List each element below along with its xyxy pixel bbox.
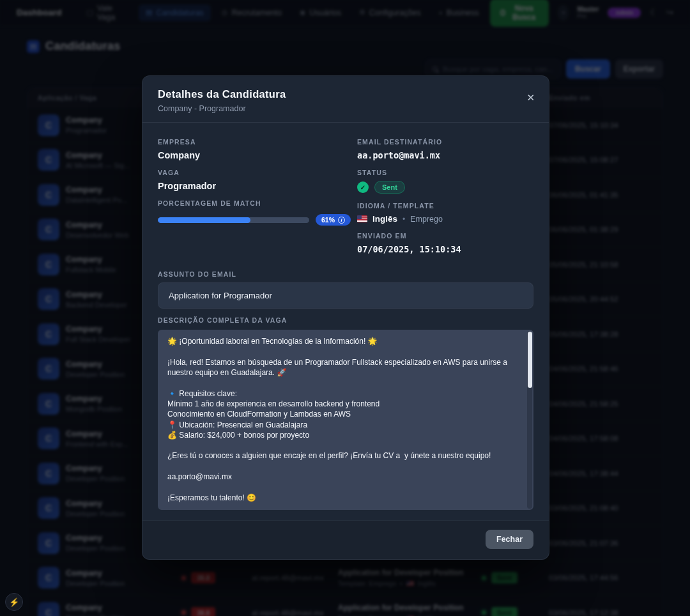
nav-item-configuracoes[interactable]: ⚙ Configurações xyxy=(352,4,427,21)
user-meta: Pro xyxy=(578,13,586,19)
match-progress-fill xyxy=(158,217,250,223)
status-sent-badge: Sent xyxy=(374,181,405,194)
company-avatar: C xyxy=(38,149,59,171)
job-description-box[interactable]: 🌟 ¡Oportunidad laboral en Tecnologías de… xyxy=(158,330,533,510)
status-indicator-dot xyxy=(482,610,486,615)
subject-subtitle: Template: Emprego • Inglês xyxy=(338,580,482,587)
template-value: Emprego xyxy=(410,215,443,224)
table-row[interactable]: C Company Developer Position 38.8 al.rep… xyxy=(27,595,663,616)
search-circle-icon xyxy=(500,10,505,16)
match-indicator-dot xyxy=(181,610,186,615)
scrollbar-thumb[interactable] xyxy=(528,332,532,388)
fechar-button[interactable]: Fechar xyxy=(486,530,533,549)
company-name: Company xyxy=(66,394,122,403)
page-title: Candidaturas xyxy=(45,40,120,53)
company-name: Company xyxy=(66,255,116,264)
nav-item-usuarios[interactable]: ◉ Usuários xyxy=(293,4,348,21)
template-label: Template: Emprego xyxy=(338,580,396,587)
moon-icon[interactable]: ☾ xyxy=(650,8,657,17)
status-cell: Sent xyxy=(482,607,549,616)
company-avatar: C xyxy=(38,323,59,345)
nav-item-vale-vaga[interactable]: ▢ Vale Vaga xyxy=(80,0,135,26)
user-info[interactable]: Master Pro xyxy=(578,5,599,19)
modal-header: Detalhes da Candidatura Company - Progra… xyxy=(142,76,549,123)
match-badge: 38.8 xyxy=(191,607,215,616)
nav-item-business[interactable]: + Business xyxy=(431,4,486,21)
subject-cell: Application for Developer Position Templ… xyxy=(338,603,482,616)
application-details-modal: Detalhes da Candidatura Company - Progra… xyxy=(142,75,549,560)
details-right-column: EMAIL DESTINATÁRIO aa.porto@mavi.mx STAT… xyxy=(357,138,533,263)
field-empresa: EMPRESA Company xyxy=(158,138,351,160)
sent-at-value: 06/06/2025, 01:38:29 xyxy=(549,226,652,233)
sent-at-value: 03/06/2025, 17:12:38 xyxy=(549,609,652,616)
sent-at-value: 04/06/2025, 17:38:44 xyxy=(549,470,652,477)
separator-dot: • xyxy=(402,215,405,224)
vaga-value: Programador xyxy=(158,181,351,191)
search-button[interactable]: Buscar xyxy=(566,59,610,79)
export-button[interactable]: Exportar xyxy=(615,59,663,79)
target-icon: ◎ xyxy=(222,8,228,17)
company-avatar: C xyxy=(38,393,59,415)
application-text: Company Developer Position xyxy=(66,569,125,587)
application-text: Company DataIntelligent Po... xyxy=(66,185,127,204)
empresa-value: Company xyxy=(158,150,351,160)
avatar-letter: C xyxy=(45,608,52,616)
status-row: ✓ Sent xyxy=(357,181,533,194)
subject-section: ASSUNTO DO EMAIL xyxy=(158,270,533,309)
application-text: Company Developer Position xyxy=(66,603,125,616)
search-input[interactable] xyxy=(443,65,554,73)
company-name: Company xyxy=(66,116,107,125)
sent-at-value: 05/06/2025, 21:10:58 xyxy=(549,261,652,268)
sent-at-value: 04/06/2025, 17:58:08 xyxy=(549,435,652,442)
quick-actions-button[interactable]: ⚡ xyxy=(5,593,23,611)
position-label: Backend Developer xyxy=(66,301,127,309)
company-name: Company xyxy=(66,360,125,369)
top-navbar: Dashboard ▢ Vale Vaga ▤ Candidaturas ◎ R… xyxy=(0,0,690,26)
check-circle-icon: ✓ xyxy=(357,181,369,193)
field-match: PORCENTAGEM DE MATCH 61% i xyxy=(158,199,351,226)
company-avatar: C xyxy=(38,532,59,554)
email-subject: Application for Developer Position xyxy=(338,568,482,577)
email-subject-input[interactable] xyxy=(158,282,533,309)
avatar-letter: C xyxy=(45,224,52,235)
nav-item-candidaturas[interactable]: ▤ Candidaturas xyxy=(139,4,211,21)
company-name: Company xyxy=(66,220,129,229)
company-avatar: C xyxy=(38,463,59,484)
avatar-letter: C xyxy=(45,329,52,339)
position-label: Mongodb Position xyxy=(66,405,122,413)
close-icon[interactable]: ✕ xyxy=(526,93,535,102)
language-label: Inglês xyxy=(418,580,436,587)
nav-item-label: Usuários xyxy=(310,8,341,17)
avatar-letter: C xyxy=(45,399,52,409)
field-label: PORCENTAGEM DE MATCH xyxy=(158,199,351,207)
field-enviado-em: ENVIADO EM 07/06/2025, 15:10:34 xyxy=(357,232,533,254)
nav-item-recrutamento[interactable]: ◎ Recrutamento xyxy=(215,4,289,21)
sent-at-value: 07/06/2025, 15:08:27 xyxy=(549,156,652,164)
position-label: Developer Position xyxy=(66,580,125,587)
brand-logo[interactable]: Dashboard xyxy=(17,8,62,17)
sent-at-value: 06/06/2025, 01:41:35 xyxy=(549,191,652,199)
avatar-letter: C xyxy=(45,259,52,270)
modal-body: EMPRESA Company VAGA Programador PORCENT… xyxy=(142,123,549,520)
search-icon xyxy=(433,66,438,72)
match-progress-track xyxy=(158,217,309,223)
sent-at-value: 05/06/2025, 20:44:52 xyxy=(549,295,652,303)
subject-cell: Application for Developer Position Templ… xyxy=(338,568,482,587)
field-status: STATUS ✓ Sent xyxy=(357,169,533,194)
company-name: Company xyxy=(66,325,131,334)
company-avatar: C xyxy=(38,427,59,449)
company-avatar: C xyxy=(38,358,59,380)
info-icon[interactable]: i xyxy=(338,217,345,224)
table-row[interactable]: C Company Developer Position 38.8 al.rep… xyxy=(27,560,663,596)
bell-icon[interactable]: ◔ xyxy=(558,5,569,20)
new-search-button[interactable]: Nova Busca xyxy=(490,0,549,27)
logout-icon[interactable]: ↪ xyxy=(666,8,673,17)
application-text: Company Mongodb Position xyxy=(66,394,122,413)
company-name: Company xyxy=(66,151,130,160)
header-sent-at: Enviado em xyxy=(549,94,652,102)
idioma-value: Inglês xyxy=(372,214,397,224)
idioma-row: Inglês • Emprego xyxy=(357,214,533,224)
lightning-icon: ⚡ xyxy=(9,597,19,607)
field-vaga: VAGA Programador xyxy=(158,169,351,191)
application-text: Company Backend Developer xyxy=(66,290,127,309)
